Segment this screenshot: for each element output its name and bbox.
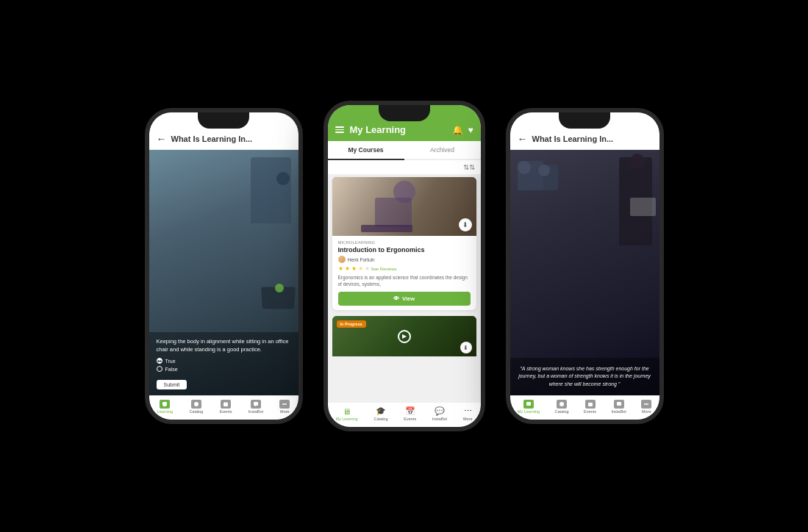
svg-point-13 [559,402,564,406]
phone-right: ← What Is Learning In... [506,108,664,424]
nav-label-more: More [280,409,290,414]
play-button[interactable]: ▶ [398,330,411,343]
card-description: Ergonomics is an applied science that co… [338,274,471,287]
phones-container: ← What Is Learning In... Keeping the bod… [0,0,808,532]
hamburger-line-2 [335,129,344,131]
submit-button[interactable]: Submit [157,380,187,389]
tab-my-courses[interactable]: My Courses [328,141,404,160]
svg-point-16 [644,403,646,405]
phone3-content-area: "A strong woman knows she has strength e… [510,150,659,395]
filter-icon[interactable]: ⇅⇅ [463,163,475,171]
phone2-content: ⇅⇅ ⬇ ⋮ Microlearni [328,160,481,402]
nav2-item-catalog[interactable]: 🎓 Catalog [374,406,388,421]
card-category: Microlearning [338,240,471,245]
more-dots-1[interactable]: ⋮ [463,181,472,192]
svg-rect-12 [526,402,531,406]
heart-icon[interactable]: ♥ [468,125,473,135]
tab-archived[interactable]: Archived [404,141,481,159]
person-head [276,172,290,185]
nav2-item-events[interactable]: 📅 Events [404,406,416,421]
radio-group[interactable]: True False [157,358,291,372]
download-icon-2[interactable]: ⬇ [460,342,472,353]
nav2-label-learning: My Learning [335,417,357,421]
nav3-item-learning[interactable]: My Learning [518,400,540,414]
svg-point-17 [646,403,647,405]
nav3-item-instabot[interactable]: InstaBot [611,400,626,414]
phone3-page-title: What Is Learning In... [532,134,614,143]
nav3-label-more: More [642,409,651,414]
svg-point-3 [194,402,199,406]
radio-circle-true[interactable] [157,358,162,364]
nav2-label-more: More [463,417,473,421]
phone-right-notch [559,112,610,129]
svg-rect-5 [224,402,225,403]
phone3-quote-overlay: "A strong woman knows she has strength e… [510,358,659,396]
more-icon [279,400,290,409]
view-label: View [402,295,415,302]
nav2-item-instabot[interactable]: 💬 InstaBot [432,406,447,421]
nav-item-learning[interactable]: Learning [157,400,173,414]
nav2-item-more[interactable]: ⋯ More [463,406,473,421]
bell-icon[interactable]: 🔔 [452,125,463,135]
nav2-label-catalog: Catalog [374,417,388,421]
card-body-1: Microlearning Introduction to Ergonomics… [332,236,476,310]
phone1-content-area: Keeping the body in alignment while sitt… [149,150,298,395]
svg-point-10 [284,403,285,405]
instabot-icon [251,400,261,409]
catalog-icon [191,400,201,409]
radio-true[interactable]: True [157,358,291,364]
nav3-item-events[interactable]: Events [584,400,596,414]
learning-icon-3 [523,400,534,409]
radio-circle-false[interactable] [157,366,162,372]
star-1: ★ [338,265,343,272]
svg-rect-15 [617,402,621,406]
download-icon-1[interactable]: ⬇ [459,218,472,231]
nav-item-instabot[interactable]: InstaBot [249,400,263,414]
view-icon: 👁 [393,295,399,302]
see-reviews-link[interactable]: See Reviews [371,267,397,271]
header-icons: 🔔 ♥ [452,125,473,135]
nav2-item-learning[interactable]: 🖥 My Learning [335,407,357,421]
learning-icon [160,400,170,409]
view-button[interactable]: 👁 View [338,292,471,306]
nav3-item-catalog[interactable]: Catalog [555,400,569,414]
hamburger-line-1 [335,126,344,128]
radio-false[interactable]: False [157,366,291,372]
course-card-2-preview: In Progress ▶ ⬇ [332,316,476,356]
nav-item-events[interactable]: Events [220,400,232,414]
nav-item-more[interactable]: More [279,400,290,414]
back-arrow-icon-3[interactable]: ← [518,133,528,145]
nav-label-events: Events [220,409,232,414]
nav3-label-catalog: Catalog [555,409,569,414]
phone1-bottom-nav: Learning Catalog Events [149,395,298,420]
events-icon [221,400,231,409]
course-card-1: ⬇ ⋮ Microlearning Introduction to Ergono… [332,177,476,310]
svg-rect-6 [226,402,227,403]
radio-label-true: True [165,359,176,364]
back-arrow-icon[interactable]: ← [157,133,167,145]
star-2: ★ [345,265,350,272]
catalog-icon-3 [557,400,567,409]
star-4: ★ [358,265,363,272]
svg-point-9 [282,403,284,405]
more-icon-2: ⋯ [464,406,472,416]
phone-right-screen: ← What Is Learning In... [510,112,659,420]
instabot-icon-2: 💬 [435,406,445,416]
more-icon-3 [641,400,651,409]
events-icon-3 [585,400,596,409]
audience-head-2 [538,165,550,176]
phone3-bottom-nav: My Learning Catalog Events [510,395,659,420]
phone1-overlay: Keeping the body in alignment while sitt… [149,332,298,395]
phone-center-notch [379,105,430,121]
svg-rect-4 [224,403,228,406]
hamburger-menu-icon[interactable] [335,126,344,133]
filter-bar: ⇅⇅ [328,160,481,174]
nav-label-instabot: InstaBot [249,409,263,414]
quote-text: "A strong woman knows she has strength e… [518,365,652,389]
svg-rect-2 [163,406,166,406]
author-name: Henk Fortuin [348,257,375,262]
nav3-item-more[interactable]: More [641,400,651,414]
nav-item-catalog[interactable]: Catalog [189,400,203,414]
phone-center-screen: My Learning 🔔 ♥ My Courses Archived ⇅⇅ [328,105,481,427]
svg-point-18 [647,403,648,405]
